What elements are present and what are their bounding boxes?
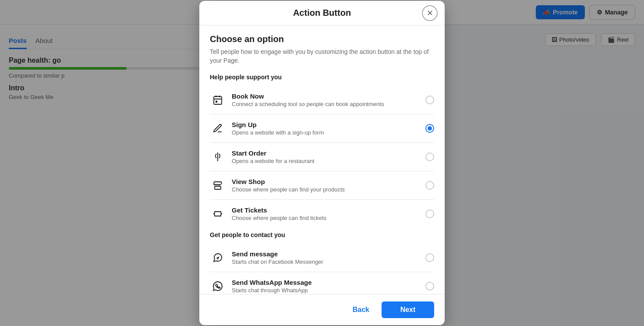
book-now-desc: Connect a scheduling tool so people can … xyxy=(232,101,419,107)
send-message-radio[interactable] xyxy=(425,253,434,262)
close-icon: ✕ xyxy=(427,8,433,18)
book-now-name: Book Now xyxy=(232,92,419,100)
option-view-shop[interactable]: View Shop Choose where people can find y… xyxy=(210,171,434,200)
next-button[interactable]: Next xyxy=(382,301,434,318)
option-send-message[interactable]: Send message Starts chat on Facebook Mes… xyxy=(210,244,434,272)
modal-close-button[interactable]: ✕ xyxy=(422,5,438,21)
modal-body: Choose an option Tell people how to enga… xyxy=(199,25,445,294)
get-tickets-radio[interactable] xyxy=(425,209,434,218)
sign-up-desc: Opens a website with a sign-up form xyxy=(232,129,419,136)
get-tickets-text: Get Tickets Choose where people can find… xyxy=(232,206,419,221)
option-start-order[interactable]: Start Order Opens a website for a restau… xyxy=(210,143,434,171)
section-contact: Get people to contact you Send message S… xyxy=(210,231,434,294)
action-button-modal: Action Button ✕ Choose an option Tell pe… xyxy=(199,1,445,325)
send-message-desc: Starts chat on Facebook Messenger xyxy=(232,259,419,265)
start-order-icon xyxy=(210,149,226,165)
section-contact-label: Get people to contact you xyxy=(210,231,434,238)
option-get-tickets[interactable]: Get Tickets Choose where people can find… xyxy=(210,200,434,228)
get-tickets-desc: Choose where people can find tickets xyxy=(232,215,419,221)
send-message-icon xyxy=(210,250,226,266)
modal-intro-text: Tell people how to engage with you by cu… xyxy=(210,48,434,65)
send-message-name: Send message xyxy=(232,250,419,258)
send-message-text: Send message Starts chat on Facebook Mes… xyxy=(232,250,419,265)
book-now-icon xyxy=(210,92,226,108)
sign-up-text: Sign Up Opens a website with a sign-up f… xyxy=(232,121,419,136)
start-order-text: Start Order Opens a website for a restau… xyxy=(232,149,419,164)
start-order-desc: Opens a website for a restaurant xyxy=(232,158,419,164)
modal-intro-title: Choose an option xyxy=(210,34,434,44)
send-whatsapp-text: Send WhatsApp Message Starts chat throug… xyxy=(232,279,419,294)
svg-rect-6 xyxy=(215,186,221,189)
get-tickets-name: Get Tickets xyxy=(232,206,419,214)
option-sign-up[interactable]: Sign Up Opens a website with a sign-up f… xyxy=(210,114,434,143)
modal-header: Action Button ✕ xyxy=(199,1,445,25)
sign-up-icon xyxy=(210,120,226,136)
view-shop-icon xyxy=(210,177,226,193)
option-book-now[interactable]: Book Now Connect a scheduling tool so pe… xyxy=(210,86,434,114)
send-whatsapp-desc: Starts chat through WhatsApp xyxy=(232,287,419,294)
view-shop-name: View Shop xyxy=(232,178,419,185)
start-order-name: Start Order xyxy=(232,149,419,157)
back-button[interactable]: Back xyxy=(346,301,376,318)
send-whatsapp-name: Send WhatsApp Message xyxy=(232,279,419,286)
book-now-radio[interactable] xyxy=(425,96,434,104)
sign-up-radio[interactable] xyxy=(425,124,434,133)
svg-rect-0 xyxy=(214,96,222,104)
modal-footer: Back Next xyxy=(199,294,445,325)
send-whatsapp-radio[interactable] xyxy=(425,282,434,291)
view-shop-radio[interactable] xyxy=(425,181,434,190)
modal-title: Action Button xyxy=(293,8,351,18)
book-now-text: Book Now Connect a scheduling tool so pe… xyxy=(232,92,419,107)
send-whatsapp-icon xyxy=(210,278,226,294)
option-send-whatsapp[interactable]: Send WhatsApp Message Starts chat throug… xyxy=(210,272,434,294)
view-shop-desc: Choose where people can find your produc… xyxy=(232,186,419,193)
sign-up-name: Sign Up xyxy=(232,121,419,128)
section-support: Help people support you Book Now xyxy=(210,74,434,228)
section-support-label: Help people support you xyxy=(210,74,434,81)
get-tickets-icon xyxy=(210,206,226,222)
modal-overlay: Action Button ✕ Choose an option Tell pe… xyxy=(0,0,644,326)
svg-point-4 xyxy=(216,101,217,103)
view-shop-text: View Shop Choose where people can find y… xyxy=(232,178,419,193)
start-order-radio[interactable] xyxy=(425,152,434,161)
